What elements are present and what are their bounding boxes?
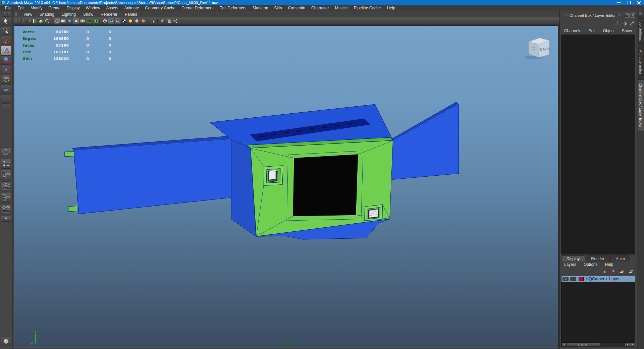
universal-manipulator-button[interactable] xyxy=(1,75,11,84)
textured-ball-icon[interactable] xyxy=(140,18,146,23)
move-tool-button[interactable] xyxy=(1,46,11,55)
last-tool-button[interactable] xyxy=(1,104,11,113)
bookmark-icon[interactable] xyxy=(32,18,37,23)
smooth-shade-icon[interactable] xyxy=(67,18,72,23)
slider-arrow-icon[interactable] xyxy=(629,21,635,26)
menu-edit[interactable]: Edit xyxy=(14,6,28,10)
menu-modify[interactable]: Modify xyxy=(28,6,45,10)
soft-modification-button[interactable] xyxy=(1,84,11,94)
menu-muscle[interactable]: Muscle xyxy=(332,6,351,10)
use-default-material-icon[interactable] xyxy=(121,18,127,23)
paint-select-tool-button[interactable] xyxy=(1,36,11,45)
menu-window[interactable]: Window xyxy=(83,6,103,10)
menu-create-deformers[interactable]: Create Deformers xyxy=(178,6,216,10)
layout-persp-multi-button[interactable] xyxy=(1,204,11,214)
channel-box-grip[interactable] xyxy=(563,14,568,17)
xray-icon[interactable] xyxy=(166,18,172,23)
image-plane-icon[interactable] xyxy=(38,18,44,23)
toolbar-grip[interactable] xyxy=(15,19,17,23)
lasso-tool-button[interactable] xyxy=(1,26,11,36)
smooth-shade-all-icon[interactable] xyxy=(108,18,114,23)
panel-menu-show[interactable]: Show xyxy=(79,12,97,17)
layer-row[interactable]: V HQCamera_Layer xyxy=(561,276,635,282)
tab-render[interactable]: Render xyxy=(586,255,609,261)
field-chart-icon[interactable] xyxy=(79,18,85,23)
menu-display[interactable]: Display xyxy=(63,6,83,10)
menu-file[interactable]: File xyxy=(2,6,14,10)
layout-dropdown-button[interactable] xyxy=(1,216,11,222)
cb-menu-object[interactable]: Object xyxy=(599,28,618,33)
menu-skin[interactable]: Skin xyxy=(271,6,285,10)
maximize-button[interactable] xyxy=(624,0,634,5)
layer-menu-layers[interactable]: Layers xyxy=(560,262,580,267)
layer-menu-help[interactable]: Help xyxy=(601,262,617,267)
close-button[interactable] xyxy=(634,0,644,5)
layout-hypershade-persp-button[interactable] xyxy=(1,193,11,203)
panel-close-button[interactable] xyxy=(631,13,635,18)
layout-single-pane-button[interactable] xyxy=(1,147,11,157)
wireframe-icon[interactable] xyxy=(54,18,60,23)
rotate-tool-button[interactable] xyxy=(1,55,11,65)
channel-box-header[interactable]: Channel Box / Layer Editor xyxy=(560,12,637,19)
create-empty-layer-icon[interactable] xyxy=(618,269,625,274)
menu-pipeline-cache[interactable]: Pipeline Cache xyxy=(351,6,384,10)
flat-shade-icon[interactable] xyxy=(134,18,140,23)
move-layer-down-icon[interactable] xyxy=(609,269,616,274)
panel-menu-panels[interactable]: Panels xyxy=(121,12,141,17)
textured-icon[interactable] xyxy=(115,18,120,23)
wireframe-cube-icon[interactable] xyxy=(102,18,108,23)
layer-name[interactable]: HQCamera_Layer xyxy=(586,277,620,281)
film-gate-icon[interactable] xyxy=(60,18,66,23)
menu-character[interactable]: Character xyxy=(308,6,332,10)
cb-menu-channels[interactable]: Channels xyxy=(560,28,585,33)
safe-action-icon[interactable] xyxy=(86,18,92,23)
layer-visibility-toggle[interactable]: V xyxy=(562,277,569,281)
menu-constrain[interactable]: Constrain xyxy=(285,6,308,10)
layout-four-pane-button[interactable] xyxy=(1,159,11,169)
menu-help[interactable]: Help xyxy=(384,6,398,10)
select-tool-button[interactable] xyxy=(1,16,11,26)
toolbox-grip[interactable] xyxy=(2,12,10,14)
menu-create[interactable]: Create xyxy=(45,6,63,10)
safe-title-icon[interactable] xyxy=(92,18,98,23)
show-manipulator-button[interactable] xyxy=(1,94,11,104)
scroll-right-button[interactable] xyxy=(630,343,635,346)
resolution-gate-icon[interactable] xyxy=(73,18,79,23)
scroll-left-button-2[interactable] xyxy=(625,343,630,346)
menu-skeleton[interactable]: Skeleton xyxy=(250,6,271,10)
panel-menu-shading[interactable]: Shading xyxy=(36,12,58,17)
cb-menu-edit[interactable]: Edit xyxy=(585,28,599,33)
layout-persp-graph-button[interactable] xyxy=(1,181,11,191)
camera-attributes-icon[interactable] xyxy=(25,18,31,23)
layer-menu-options[interactable]: Options xyxy=(580,262,601,267)
contrast-toggle-icon[interactable] xyxy=(622,21,627,26)
tab-anim[interactable]: Anim xyxy=(610,255,630,261)
stereopicase-model[interactable] xyxy=(14,26,558,348)
tab-attribute-editor[interactable]: Attribute Editor xyxy=(638,46,644,78)
lighting-icon[interactable] xyxy=(127,18,133,23)
tab-channel-box-layer-editor[interactable]: Channel Box / Layer Editor xyxy=(638,79,644,131)
menu-edit-deformers[interactable]: Edit Deformers xyxy=(217,6,250,10)
layer-color-swatch[interactable] xyxy=(579,277,584,281)
layer-playback-toggle[interactable] xyxy=(570,277,577,281)
toolbox-bottom-button[interactable] xyxy=(1,337,11,346)
tab-tool-settings[interactable]: Tool Settings xyxy=(638,16,644,45)
panel-menu-renderer[interactable]: Renderer xyxy=(97,12,121,17)
layer-horizontal-scrollbar[interactable] xyxy=(561,342,635,347)
scrollbar-thumb[interactable] xyxy=(567,343,600,346)
menu-geometry-cache[interactable]: Geometry Cache xyxy=(142,6,179,10)
zoom-region-icon[interactable] xyxy=(44,18,50,23)
channel-list-area[interactable] xyxy=(561,35,635,254)
panel-menu-lighting[interactable]: Lighting xyxy=(58,12,79,17)
isolate-select-icon[interactable] xyxy=(160,18,165,23)
perspective-viewport[interactable]: Verts: 64780 0 0 Edges: 160950 0 0 Faces… xyxy=(14,25,558,348)
scale-tool-button[interactable] xyxy=(1,65,11,74)
menu-animate[interactable]: Animate xyxy=(121,6,142,10)
move-layer-up-icon[interactable] xyxy=(601,269,607,274)
cb-menu-show[interactable]: Show xyxy=(618,28,636,33)
view-cube-face-label[interactable]: BACK xyxy=(539,47,551,52)
layer-list[interactable]: V HQCamera_Layer xyxy=(561,276,635,342)
minimize-button[interactable] xyxy=(614,0,624,5)
plugin-shapes-icon[interactable] xyxy=(172,18,178,23)
channel-box-grip[interactable] xyxy=(618,14,622,17)
